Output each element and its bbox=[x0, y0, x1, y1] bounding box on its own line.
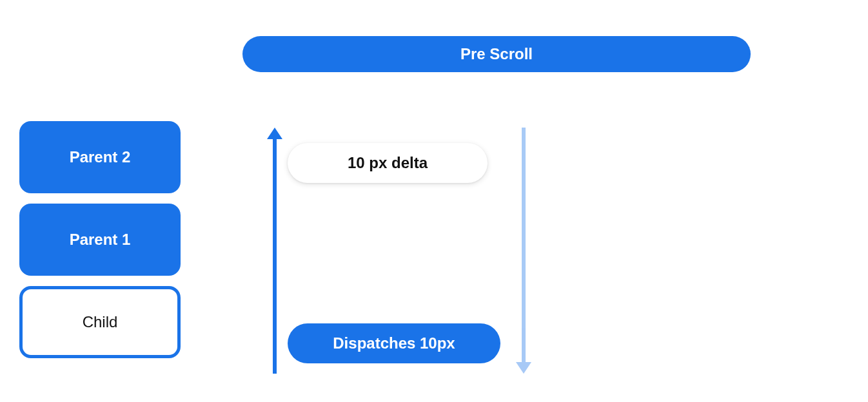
parent-2-label: Parent 2 bbox=[70, 148, 131, 166]
delta-label: 10 px delta bbox=[348, 154, 428, 172]
dispatch-label: Dispatches 10px bbox=[333, 334, 455, 352]
hierarchy-column: Parent 2 Parent 1 Child bbox=[19, 121, 181, 368]
child-box: Child bbox=[19, 286, 181, 358]
parent-2-box: Parent 2 bbox=[19, 121, 181, 193]
dispatch-pill: Dispatches 10px bbox=[288, 323, 500, 363]
title-pill: Pre Scroll bbox=[242, 36, 751, 72]
delta-pill: 10 px delta bbox=[288, 143, 488, 183]
parent-1-label: Parent 1 bbox=[70, 231, 131, 249]
arrow-up-icon bbox=[271, 128, 279, 374]
arrow-down-icon bbox=[520, 128, 528, 374]
title-text: Pre Scroll bbox=[460, 45, 533, 63]
child-label: Child bbox=[83, 313, 118, 331]
parent-1-box: Parent 1 bbox=[19, 204, 181, 276]
